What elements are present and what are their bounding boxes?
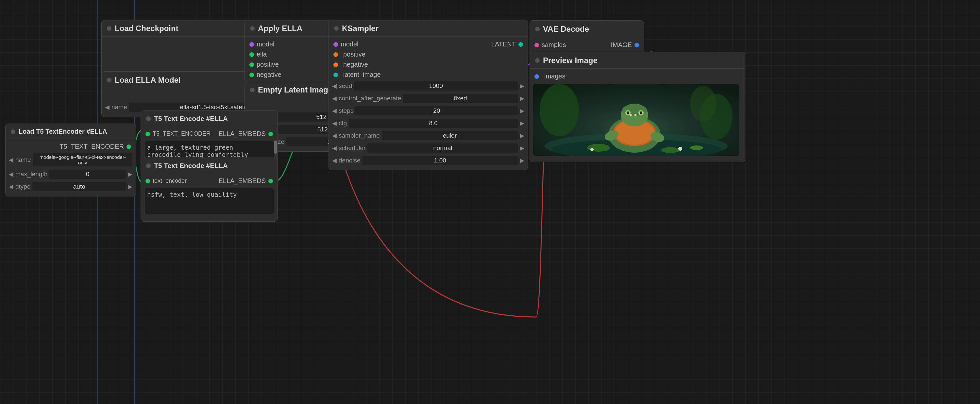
scheduler-value[interactable]: normal — [368, 143, 518, 153]
node-title-apply-ella: Apply ELLA — [258, 24, 302, 33]
scheduler-label: scheduler — [339, 145, 366, 152]
node-title-load-checkpoint: Load Checkpoint — [115, 24, 178, 33]
ella-name-arrow-left[interactable]: ◀ — [105, 103, 110, 111]
node-status-dot-ksampler — [334, 26, 339, 31]
port-row-images-in: images — [530, 71, 745, 81]
port-dot-t5e2-encoder-in[interactable] — [145, 179, 150, 183]
cag-arrow-right[interactable]: ▶ — [520, 95, 524, 102]
max-length-label: max_length — [15, 171, 48, 178]
t5-name-arrow-left[interactable]: ◀ — [9, 156, 13, 164]
preview-image-output — [533, 84, 739, 156]
steps-label: steps — [339, 107, 353, 115]
port-dot-images-in[interactable] — [535, 74, 539, 79]
port-label-ks-latent-img: latent_image — [343, 71, 381, 78]
port-dot-ks-model-in[interactable] — [333, 42, 338, 47]
denoise-value[interactable]: 1.00 — [363, 156, 518, 165]
cfg-arrow-right[interactable]: ▶ — [520, 119, 524, 127]
port-label-t5e1-encoder: T5_TEXT_ENCODER — [153, 130, 210, 137]
node-status-dot-t5e1 — [146, 116, 151, 121]
sampler-arrow-right[interactable]: ▶ — [520, 132, 524, 139]
cag-label: control_after_generate — [339, 95, 401, 102]
sampler-value[interactable]: euler — [382, 131, 518, 140]
node-header-t5-encode-1: T5 Text Encode #ELLA — [141, 111, 277, 126]
port-dot-vd-samples-in[interactable] — [535, 43, 539, 48]
port-dot-image-out[interactable] — [635, 43, 639, 48]
port-row-ks-positive: positive — [329, 49, 528, 59]
input-row-sampler: ◀ sampler_name euler ▶ — [329, 129, 528, 142]
node-header-load-t5: Load T5 TextEncoder #ELLA — [6, 124, 136, 139]
scheduler-arrow-right[interactable]: ▶ — [520, 145, 524, 152]
svg-point-19 — [540, 84, 579, 136]
port-label-apply-model-in: model — [257, 41, 274, 48]
node-status-dot-t5 — [11, 129, 15, 134]
input-row-cfg: ◀ cfg 8.0 ▶ — [329, 117, 528, 129]
cag-arrow-left[interactable]: ◀ — [332, 95, 337, 102]
port-dot-ks-latent-out[interactable] — [519, 42, 523, 47]
port-dot-t5e2-embeds-out[interactable] — [268, 179, 273, 183]
port-dot-t5e1-embeds-out[interactable] — [268, 132, 273, 136]
node-title-vae-decode: VAE Decode — [543, 24, 589, 33]
svg-point-21 — [690, 86, 716, 122]
input-row-t5-name: ◀ name models--google--flan-t5-xl-text-e… — [6, 152, 136, 168]
port-dot-ks-negative-in[interactable] — [333, 62, 338, 67]
input-row-scheduler: ◀ scheduler normal ▶ — [329, 142, 528, 154]
node-header-vae-decode: VAE Decode — [530, 21, 644, 37]
node-title-t5-encode-1: T5 Text Encode #ELLA — [154, 115, 228, 122]
node-load-t5: Load T5 TextEncoder #ELLA T5_TEXT_ENCODE… — [5, 124, 136, 196]
dtype-value[interactable]: auto — [32, 182, 126, 191]
sampler-arrow-left[interactable]: ◀ — [332, 132, 337, 139]
node-status-dot — [107, 26, 111, 31]
scheduler-arrow-left[interactable]: ◀ — [332, 145, 337, 152]
port-dot-apply-negative-in[interactable] — [250, 73, 254, 77]
node-title-ksampler: KSampler — [342, 24, 379, 33]
svg-point-3 — [587, 144, 610, 152]
cfg-arrow-left[interactable]: ◀ — [332, 119, 337, 127]
t5e1-scroll-thumb — [274, 140, 277, 154]
port-dot-t5-out[interactable] — [127, 145, 131, 149]
port-label-vd-samples: samples — [542, 41, 566, 49]
dtype-arrow-right[interactable]: ▶ — [128, 183, 132, 190]
ella-name-label: name — [111, 103, 127, 111]
seed-arrow-left[interactable]: ◀ — [332, 83, 337, 89]
seed-arrow-right[interactable]: ▶ — [520, 83, 524, 89]
cag-value[interactable]: fixed — [403, 94, 518, 103]
port-dot-ks-latent-img-in[interactable] — [333, 73, 338, 77]
max-length-value[interactable]: 0 — [49, 170, 126, 179]
node-ksampler: KSampler model LATENT positive negative … — [329, 20, 528, 170]
sampler-label: sampler_name — [339, 132, 380, 139]
port-dot-apply-model-in[interactable] — [250, 42, 254, 47]
node-status-dot-preview — [535, 58, 540, 63]
node-title-load-t5: Load T5 TextEncoder #ELLA — [19, 128, 107, 135]
steps-value[interactable]: 20 — [355, 106, 518, 115]
input-row-steps: ◀ steps 20 ▶ — [329, 105, 528, 117]
port-dot-ks-positive-in[interactable] — [333, 52, 338, 57]
port-dot-t5e1-encoder-in[interactable] — [145, 132, 150, 136]
input-row-denoise: ◀ denoise 1.00 ▶ — [329, 154, 528, 167]
max-length-arrow-right[interactable]: ▶ — [128, 171, 132, 178]
port-dot-apply-ella-in[interactable] — [250, 52, 254, 57]
t5-name-value[interactable]: models--google--flan-t5-xl-text-encoder-… — [33, 153, 132, 166]
svg-point-22 — [678, 147, 682, 151]
node-header-ksampler: KSampler — [329, 20, 528, 37]
svg-point-10 — [622, 104, 647, 116]
node-status-dot-vae-decode — [535, 27, 540, 31]
t5e2-textarea[interactable]: nsfw, text, low quaility — [144, 188, 274, 214]
port-dot-apply-positive-in[interactable] — [250, 62, 254, 67]
seed-label: seed — [339, 83, 352, 89]
port-label-apply-ella-in: ella — [257, 51, 267, 58]
steps-arrow-right[interactable]: ▶ — [520, 107, 524, 115]
port-label-images: images — [544, 73, 565, 80]
denoise-arrow-left[interactable]: ◀ — [332, 157, 337, 164]
cfg-value[interactable]: 8.0 — [349, 119, 518, 128]
node-title-load-ella: Load ELLA Model — [115, 75, 181, 85]
steps-arrow-left[interactable]: ◀ — [332, 107, 337, 115]
svg-point-5 — [690, 145, 703, 150]
dtype-arrow-left[interactable]: ◀ — [9, 183, 13, 190]
max-length-arrow-left[interactable]: ◀ — [9, 171, 13, 178]
denoise-arrow-right[interactable]: ▶ — [520, 157, 524, 164]
seed-value[interactable]: 1000 — [354, 81, 518, 91]
t5-name-label: name — [15, 156, 31, 164]
svg-rect-16 — [635, 115, 636, 116]
port-label-ks-negative: negative — [343, 61, 368, 68]
input-row-cag: ◀ control_after_generate fixed ▶ — [329, 92, 528, 105]
